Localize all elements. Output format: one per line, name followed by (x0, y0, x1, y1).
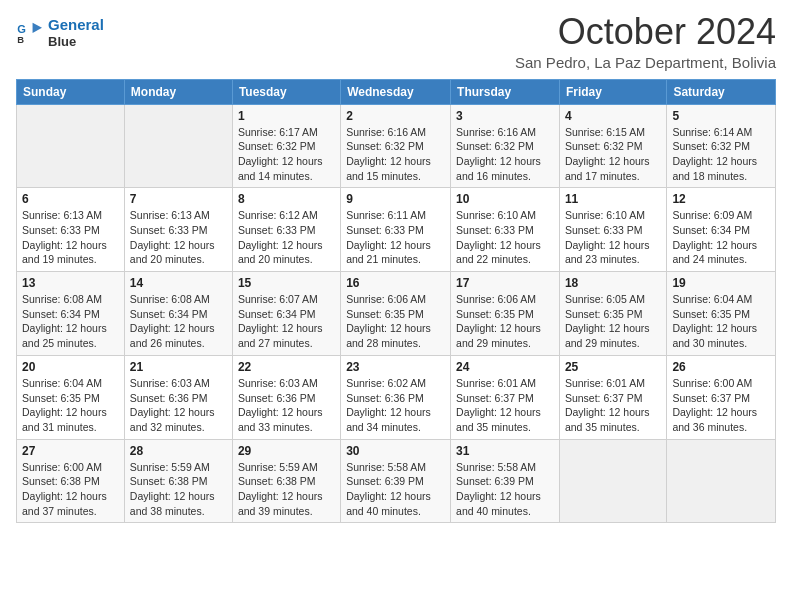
sunset-text: Sunset: 6:35 PM (565, 307, 661, 322)
col-header-tuesday: Tuesday (232, 79, 340, 104)
day-cell: 6Sunrise: 6:13 AMSunset: 6:33 PMDaylight… (17, 188, 125, 272)
day-info: Sunrise: 6:07 AMSunset: 6:34 PMDaylight:… (238, 292, 335, 351)
day-info: Sunrise: 6:10 AMSunset: 6:33 PMDaylight:… (456, 208, 554, 267)
col-header-saturday: Saturday (667, 79, 776, 104)
day-cell: 9Sunrise: 6:11 AMSunset: 6:33 PMDaylight… (341, 188, 451, 272)
sunrise-text: Sunrise: 6:12 AM (238, 208, 335, 223)
daylight-text: Daylight: 12 hours and 38 minutes. (130, 489, 227, 518)
day-number: 31 (456, 444, 554, 458)
day-number: 8 (238, 192, 335, 206)
day-number: 5 (672, 109, 770, 123)
day-info: Sunrise: 6:13 AMSunset: 6:33 PMDaylight:… (22, 208, 119, 267)
day-cell: 13Sunrise: 6:08 AMSunset: 6:34 PMDayligh… (17, 272, 125, 356)
sunset-text: Sunset: 6:33 PM (22, 223, 119, 238)
sunrise-text: Sunrise: 6:01 AM (565, 376, 661, 391)
day-number: 23 (346, 360, 445, 374)
sunset-text: Sunset: 6:35 PM (346, 307, 445, 322)
day-cell: 11Sunrise: 6:10 AMSunset: 6:33 PMDayligh… (559, 188, 666, 272)
daylight-text: Daylight: 12 hours and 19 minutes. (22, 238, 119, 267)
day-number: 22 (238, 360, 335, 374)
day-cell: 29Sunrise: 5:59 AMSunset: 6:38 PMDayligh… (232, 439, 340, 523)
sunrise-text: Sunrise: 6:06 AM (456, 292, 554, 307)
day-info: Sunrise: 6:13 AMSunset: 6:33 PMDaylight:… (130, 208, 227, 267)
col-header-thursday: Thursday (451, 79, 560, 104)
day-cell: 24Sunrise: 6:01 AMSunset: 6:37 PMDayligh… (451, 355, 560, 439)
sunrise-text: Sunrise: 5:59 AM (130, 460, 227, 475)
day-number: 4 (565, 109, 661, 123)
sunrise-text: Sunrise: 6:02 AM (346, 376, 445, 391)
daylight-text: Daylight: 12 hours and 33 minutes. (238, 405, 335, 434)
sunrise-text: Sunrise: 6:10 AM (456, 208, 554, 223)
day-info: Sunrise: 6:06 AMSunset: 6:35 PMDaylight:… (456, 292, 554, 351)
sunrise-text: Sunrise: 6:00 AM (672, 376, 770, 391)
daylight-text: Daylight: 12 hours and 39 minutes. (238, 489, 335, 518)
daylight-text: Daylight: 12 hours and 34 minutes. (346, 405, 445, 434)
day-cell: 28Sunrise: 5:59 AMSunset: 6:38 PMDayligh… (124, 439, 232, 523)
day-info: Sunrise: 6:11 AMSunset: 6:33 PMDaylight:… (346, 208, 445, 267)
sunset-text: Sunset: 6:33 PM (346, 223, 445, 238)
day-cell: 15Sunrise: 6:07 AMSunset: 6:34 PMDayligh… (232, 272, 340, 356)
day-cell: 3Sunrise: 6:16 AMSunset: 6:32 PMDaylight… (451, 104, 560, 188)
day-cell: 27Sunrise: 6:00 AMSunset: 6:38 PMDayligh… (17, 439, 125, 523)
day-info: Sunrise: 6:08 AMSunset: 6:34 PMDaylight:… (22, 292, 119, 351)
week-row-1: 1Sunrise: 6:17 AMSunset: 6:32 PMDaylight… (17, 104, 776, 188)
day-info: Sunrise: 6:15 AMSunset: 6:32 PMDaylight:… (565, 125, 661, 184)
daylight-text: Daylight: 12 hours and 22 minutes. (456, 238, 554, 267)
sunrise-text: Sunrise: 6:13 AM (22, 208, 119, 223)
daylight-text: Daylight: 12 hours and 35 minutes. (565, 405, 661, 434)
day-info: Sunrise: 6:04 AMSunset: 6:35 PMDaylight:… (22, 376, 119, 435)
logo: G B General Blue (16, 16, 104, 50)
day-cell: 8Sunrise: 6:12 AMSunset: 6:33 PMDaylight… (232, 188, 340, 272)
week-row-2: 6Sunrise: 6:13 AMSunset: 6:33 PMDaylight… (17, 188, 776, 272)
daylight-text: Daylight: 12 hours and 26 minutes. (130, 321, 227, 350)
day-number: 3 (456, 109, 554, 123)
sunrise-text: Sunrise: 6:03 AM (238, 376, 335, 391)
day-number: 19 (672, 276, 770, 290)
logo-icon: G B (16, 21, 44, 45)
sunrise-text: Sunrise: 6:17 AM (238, 125, 335, 140)
sunset-text: Sunset: 6:39 PM (346, 474, 445, 489)
main-title: October 2024 (515, 12, 776, 52)
sunrise-text: Sunrise: 5:58 AM (346, 460, 445, 475)
sunset-text: Sunset: 6:34 PM (22, 307, 119, 322)
day-cell (17, 104, 125, 188)
sunset-text: Sunset: 6:36 PM (238, 391, 335, 406)
daylight-text: Daylight: 12 hours and 15 minutes. (346, 154, 445, 183)
daylight-text: Daylight: 12 hours and 27 minutes. (238, 321, 335, 350)
day-cell: 18Sunrise: 6:05 AMSunset: 6:35 PMDayligh… (559, 272, 666, 356)
day-number: 17 (456, 276, 554, 290)
day-info: Sunrise: 5:58 AMSunset: 6:39 PMDaylight:… (346, 460, 445, 519)
day-info: Sunrise: 5:59 AMSunset: 6:38 PMDaylight:… (130, 460, 227, 519)
day-info: Sunrise: 6:16 AMSunset: 6:32 PMDaylight:… (346, 125, 445, 184)
sunset-text: Sunset: 6:33 PM (238, 223, 335, 238)
day-cell: 30Sunrise: 5:58 AMSunset: 6:39 PMDayligh… (341, 439, 451, 523)
col-header-wednesday: Wednesday (341, 79, 451, 104)
sunrise-text: Sunrise: 6:05 AM (565, 292, 661, 307)
sunrise-text: Sunrise: 6:06 AM (346, 292, 445, 307)
daylight-text: Daylight: 12 hours and 32 minutes. (130, 405, 227, 434)
sunrise-text: Sunrise: 6:04 AM (22, 376, 119, 391)
daylight-text: Daylight: 12 hours and 20 minutes. (238, 238, 335, 267)
day-cell: 14Sunrise: 6:08 AMSunset: 6:34 PMDayligh… (124, 272, 232, 356)
daylight-text: Daylight: 12 hours and 37 minutes. (22, 489, 119, 518)
sunrise-text: Sunrise: 6:03 AM (130, 376, 227, 391)
daylight-text: Daylight: 12 hours and 25 minutes. (22, 321, 119, 350)
daylight-text: Daylight: 12 hours and 21 minutes. (346, 238, 445, 267)
sunrise-text: Sunrise: 6:10 AM (565, 208, 661, 223)
sunset-text: Sunset: 6:32 PM (346, 139, 445, 154)
logo-text: General Blue (48, 16, 104, 50)
sunset-text: Sunset: 6:34 PM (672, 223, 770, 238)
sunset-text: Sunset: 6:32 PM (565, 139, 661, 154)
sunset-text: Sunset: 6:39 PM (456, 474, 554, 489)
page: G B General Blue October 2024 San Pedro,… (0, 0, 792, 612)
daylight-text: Daylight: 12 hours and 16 minutes. (456, 154, 554, 183)
daylight-text: Daylight: 12 hours and 31 minutes. (22, 405, 119, 434)
day-info: Sunrise: 6:14 AMSunset: 6:32 PMDaylight:… (672, 125, 770, 184)
daylight-text: Daylight: 12 hours and 29 minutes. (565, 321, 661, 350)
day-cell: 25Sunrise: 6:01 AMSunset: 6:37 PMDayligh… (559, 355, 666, 439)
day-number: 28 (130, 444, 227, 458)
day-cell: 21Sunrise: 6:03 AMSunset: 6:36 PMDayligh… (124, 355, 232, 439)
svg-text:B: B (17, 34, 24, 45)
day-cell: 16Sunrise: 6:06 AMSunset: 6:35 PMDayligh… (341, 272, 451, 356)
day-cell: 17Sunrise: 6:06 AMSunset: 6:35 PMDayligh… (451, 272, 560, 356)
